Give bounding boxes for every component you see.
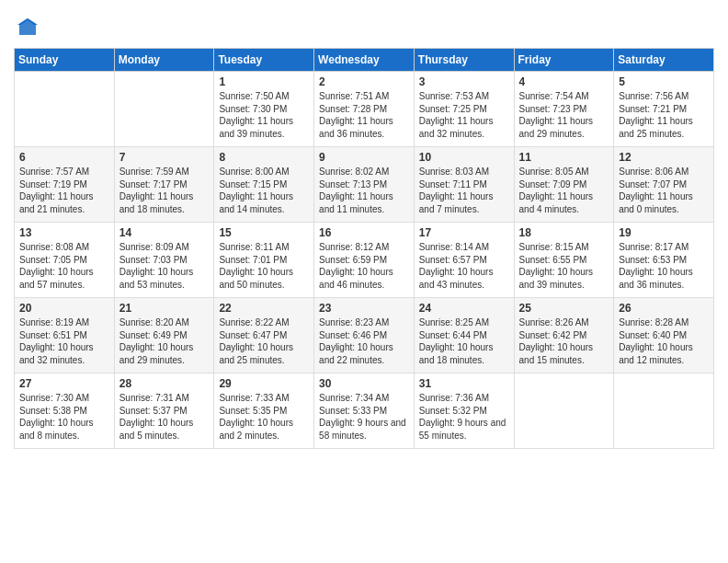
cell-details: Sunrise: 8:14 AMSunset: 6:57 PMDaylight:… bbox=[419, 241, 509, 291]
day-number: 1 bbox=[219, 75, 309, 88]
calendar-table: SundayMondayTuesdayWednesdayThursdayFrid… bbox=[14, 48, 714, 449]
day-number: 28 bbox=[119, 377, 210, 390]
calendar-week-row: 13Sunrise: 8:08 AMSunset: 7:05 PMDayligh… bbox=[15, 223, 714, 298]
cell-details: Sunrise: 8:20 AMSunset: 6:49 PMDaylight:… bbox=[119, 316, 210, 366]
calendar-header-monday: Monday bbox=[114, 49, 214, 72]
calendar-week-row: 6Sunrise: 7:57 AMSunset: 7:19 PMDaylight… bbox=[15, 147, 714, 223]
calendar-cell: 16Sunrise: 8:12 AMSunset: 6:59 PMDayligh… bbox=[314, 223, 415, 298]
calendar-cell: 12Sunrise: 8:06 AMSunset: 7:07 PMDayligh… bbox=[614, 147, 714, 223]
calendar-cell: 15Sunrise: 8:11 AMSunset: 7:01 PMDayligh… bbox=[214, 223, 314, 298]
cell-details: Sunrise: 8:00 AMSunset: 7:15 PMDaylight:… bbox=[219, 166, 309, 215]
calendar-cell: 10Sunrise: 8:03 AMSunset: 7:11 PMDayligh… bbox=[414, 147, 514, 223]
cell-details: Sunrise: 8:17 AMSunset: 6:53 PMDaylight:… bbox=[619, 241, 709, 291]
calendar-cell: 2Sunrise: 7:51 AMSunset: 7:28 PMDaylight… bbox=[314, 72, 415, 147]
day-number: 27 bbox=[19, 377, 109, 390]
calendar-cell: 26Sunrise: 8:28 AMSunset: 6:40 PMDayligh… bbox=[614, 298, 714, 373]
cell-details: Sunrise: 8:05 AMSunset: 7:09 PMDaylight:… bbox=[519, 166, 609, 215]
calendar-cell bbox=[15, 72, 115, 147]
calendar-cell: 23Sunrise: 8:23 AMSunset: 6:46 PMDayligh… bbox=[314, 298, 415, 373]
calendar-cell: 13Sunrise: 8:08 AMSunset: 7:05 PMDayligh… bbox=[15, 223, 115, 298]
calendar-cell: 21Sunrise: 8:20 AMSunset: 6:49 PMDayligh… bbox=[114, 298, 214, 373]
calendar-cell: 6Sunrise: 7:57 AMSunset: 7:19 PMDaylight… bbox=[15, 147, 115, 223]
day-number: 26 bbox=[619, 302, 709, 315]
day-number: 18 bbox=[519, 226, 609, 239]
cell-details: Sunrise: 8:02 AMSunset: 7:13 PMDaylight:… bbox=[319, 166, 409, 215]
cell-details: Sunrise: 8:19 AMSunset: 6:51 PMDaylight:… bbox=[19, 316, 109, 366]
calendar-header-thursday: Thursday bbox=[414, 49, 514, 72]
cell-details: Sunrise: 7:53 AMSunset: 7:25 PMDaylight:… bbox=[419, 90, 509, 140]
calendar-cell bbox=[514, 373, 614, 449]
calendar-header-friday: Friday bbox=[514, 49, 614, 72]
day-number: 17 bbox=[419, 226, 509, 239]
day-number: 6 bbox=[19, 151, 109, 164]
cell-details: Sunrise: 7:34 AMSunset: 5:33 PMDaylight:… bbox=[319, 392, 409, 442]
cell-details: Sunrise: 8:25 AMSunset: 6:44 PMDaylight:… bbox=[419, 316, 509, 366]
day-number: 24 bbox=[419, 302, 509, 315]
cell-details: Sunrise: 8:15 AMSunset: 6:55 PMDaylight:… bbox=[519, 241, 609, 291]
logo bbox=[14, 17, 38, 40]
day-number: 7 bbox=[119, 151, 210, 164]
cell-details: Sunrise: 7:54 AMSunset: 7:23 PMDaylight:… bbox=[519, 90, 609, 140]
calendar-cell: 29Sunrise: 7:33 AMSunset: 5:35 PMDayligh… bbox=[214, 373, 314, 449]
cell-details: Sunrise: 8:22 AMSunset: 6:47 PMDaylight:… bbox=[219, 316, 309, 366]
day-number: 8 bbox=[219, 151, 309, 164]
calendar-header-saturday: Saturday bbox=[614, 49, 714, 72]
day-number: 11 bbox=[519, 151, 609, 164]
calendar-cell: 19Sunrise: 8:17 AMSunset: 6:53 PMDayligh… bbox=[614, 223, 714, 298]
cell-details: Sunrise: 7:50 AMSunset: 7:30 PMDaylight:… bbox=[219, 90, 309, 140]
calendar-header-sunday: Sunday bbox=[15, 49, 115, 72]
calendar-header-row: SundayMondayTuesdayWednesdayThursdayFrid… bbox=[15, 49, 714, 72]
logo-icon bbox=[17, 17, 38, 37]
calendar-cell bbox=[114, 72, 214, 147]
day-number: 9 bbox=[319, 151, 409, 164]
calendar-cell: 14Sunrise: 8:09 AMSunset: 7:03 PMDayligh… bbox=[114, 223, 214, 298]
calendar-cell: 27Sunrise: 7:30 AMSunset: 5:38 PMDayligh… bbox=[15, 373, 115, 449]
calendar-cell: 25Sunrise: 8:26 AMSunset: 6:42 PMDayligh… bbox=[514, 298, 614, 373]
calendar-header-wednesday: Wednesday bbox=[314, 49, 415, 72]
calendar-cell: 22Sunrise: 8:22 AMSunset: 6:47 PMDayligh… bbox=[214, 298, 314, 373]
svg-marker-0 bbox=[19, 18, 36, 35]
day-number: 19 bbox=[619, 226, 709, 239]
calendar-header-tuesday: Tuesday bbox=[214, 49, 314, 72]
cell-details: Sunrise: 8:03 AMSunset: 7:11 PMDaylight:… bbox=[419, 166, 509, 215]
day-number: 10 bbox=[419, 151, 509, 164]
calendar-cell: 18Sunrise: 8:15 AMSunset: 6:55 PMDayligh… bbox=[514, 223, 614, 298]
cell-details: Sunrise: 8:28 AMSunset: 6:40 PMDaylight:… bbox=[619, 316, 709, 366]
calendar-week-row: 27Sunrise: 7:30 AMSunset: 5:38 PMDayligh… bbox=[15, 373, 714, 449]
calendar-cell: 7Sunrise: 7:59 AMSunset: 7:17 PMDaylight… bbox=[114, 147, 214, 223]
day-number: 31 bbox=[419, 377, 509, 390]
calendar-cell: 3Sunrise: 7:53 AMSunset: 7:25 PMDaylight… bbox=[414, 72, 514, 147]
calendar-cell: 20Sunrise: 8:19 AMSunset: 6:51 PMDayligh… bbox=[15, 298, 115, 373]
calendar-week-row: 1Sunrise: 7:50 AMSunset: 7:30 PMDaylight… bbox=[15, 72, 714, 147]
cell-details: Sunrise: 7:30 AMSunset: 5:38 PMDaylight:… bbox=[19, 392, 109, 442]
day-number: 14 bbox=[119, 226, 210, 239]
day-number: 22 bbox=[219, 302, 309, 315]
day-number: 3 bbox=[419, 75, 509, 88]
day-number: 4 bbox=[519, 75, 609, 88]
cell-details: Sunrise: 7:36 AMSunset: 5:32 PMDaylight:… bbox=[419, 392, 509, 442]
calendar-cell: 5Sunrise: 7:56 AMSunset: 7:21 PMDaylight… bbox=[614, 72, 714, 147]
calendar-cell: 4Sunrise: 7:54 AMSunset: 7:23 PMDaylight… bbox=[514, 72, 614, 147]
calendar-cell: 31Sunrise: 7:36 AMSunset: 5:32 PMDayligh… bbox=[414, 373, 514, 449]
calendar-cell: 1Sunrise: 7:50 AMSunset: 7:30 PMDaylight… bbox=[214, 72, 314, 147]
day-number: 21 bbox=[119, 302, 210, 315]
cell-details: Sunrise: 8:06 AMSunset: 7:07 PMDaylight:… bbox=[619, 166, 709, 215]
day-number: 29 bbox=[219, 377, 309, 390]
day-number: 15 bbox=[219, 226, 309, 239]
cell-details: Sunrise: 8:12 AMSunset: 6:59 PMDaylight:… bbox=[319, 241, 409, 291]
calendar-cell: 24Sunrise: 8:25 AMSunset: 6:44 PMDayligh… bbox=[414, 298, 514, 373]
cell-details: Sunrise: 8:26 AMSunset: 6:42 PMDaylight:… bbox=[519, 316, 609, 366]
cell-details: Sunrise: 7:51 AMSunset: 7:28 PMDaylight:… bbox=[319, 90, 409, 140]
day-number: 30 bbox=[319, 377, 409, 390]
calendar-cell: 11Sunrise: 8:05 AMSunset: 7:09 PMDayligh… bbox=[514, 147, 614, 223]
calendar-cell: 17Sunrise: 8:14 AMSunset: 6:57 PMDayligh… bbox=[414, 223, 514, 298]
cell-details: Sunrise: 8:09 AMSunset: 7:03 PMDaylight:… bbox=[119, 241, 210, 291]
calendar-cell: 30Sunrise: 7:34 AMSunset: 5:33 PMDayligh… bbox=[314, 373, 415, 449]
cell-details: Sunrise: 7:59 AMSunset: 7:17 PMDaylight:… bbox=[119, 166, 210, 215]
cell-details: Sunrise: 8:23 AMSunset: 6:46 PMDaylight:… bbox=[319, 316, 409, 366]
day-number: 12 bbox=[619, 151, 709, 164]
cell-details: Sunrise: 7:56 AMSunset: 7:21 PMDaylight:… bbox=[619, 90, 709, 140]
day-number: 5 bbox=[619, 75, 709, 88]
day-number: 2 bbox=[319, 75, 409, 88]
calendar-page: SundayMondayTuesdayWednesdayThursdayFrid… bbox=[0, 0, 728, 563]
